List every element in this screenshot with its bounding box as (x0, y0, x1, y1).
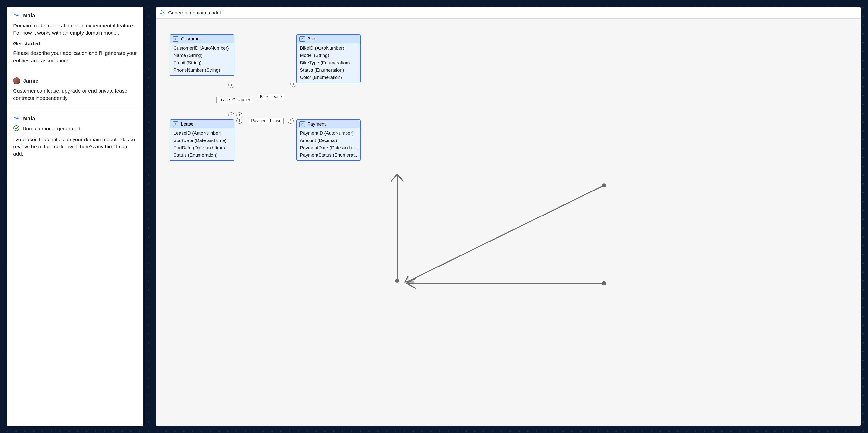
chat-panel: Maia Domain model generation is an exper… (7, 7, 143, 426)
cardinality-badge: 1 (228, 82, 234, 88)
message-text: Customer can lease, upgrade or end priva… (13, 87, 137, 102)
entity-attribute: Model (String) (297, 52, 360, 59)
entity-attribute: StartDate (Date and time) (170, 137, 234, 144)
svg-line-6 (407, 185, 604, 282)
diagram-panel: Generate domain model e Customer (156, 7, 861, 426)
diagram-title: Generate domain model (168, 10, 221, 16)
entity-payment[interactable]: e Payment PaymentID (AutoNumber) Amount … (296, 119, 361, 161)
author-name: Maia (23, 12, 35, 19)
message-text: Domain model generation is an experiment… (13, 22, 137, 36)
author-name: Jamie (23, 78, 38, 84)
entity-icon: e (300, 121, 305, 127)
cardinality-badge: 1 (290, 81, 296, 87)
entity-attribute: Amount (Decimal) (297, 137, 360, 144)
svg-point-5 (395, 279, 399, 283)
message-text: I've placed the entities on your domain … (13, 136, 137, 157)
author-name: Maia (23, 115, 35, 122)
entity-attribute: BikeID (AutoNumber) (297, 44, 360, 52)
user-avatar (13, 78, 20, 84)
association-label-lease-customer[interactable]: Lease_Customer (216, 96, 252, 103)
chat-message-maia-intro: Maia Domain model generation is an exper… (7, 7, 143, 72)
diagram-header: Generate domain model (156, 7, 861, 19)
entity-attribute: PaymentID (AutoNumber) (297, 128, 360, 137)
status-text: Domain model generated. (23, 126, 82, 132)
entity-lease[interactable]: e Lease LeaseID (AutoNumber) StartDate (… (169, 119, 234, 161)
entity-attribute: PaymentStatus (Enumerat... (297, 151, 360, 161)
entity-attribute: BikeType (Enumeration) (297, 59, 360, 66)
entity-attribute: Color (Enumeration) (297, 74, 360, 83)
sparkle-icon (13, 115, 20, 122)
svg-point-0 (14, 125, 19, 131)
entity-attribute: Email (String) (170, 59, 234, 66)
entity-bike[interactable]: e Bike BikeID (AutoNumber) Model (String… (296, 34, 361, 83)
svg-rect-2 (160, 13, 162, 14)
entity-attribute: PhoneNumber (String) (170, 66, 234, 75)
svg-rect-3 (163, 13, 164, 14)
entity-icon: e (173, 36, 178, 42)
chat-message-user: Jamie Customer can lease, upgrade or end… (7, 72, 143, 110)
checkmark-circle-icon (13, 125, 20, 133)
entity-customer[interactable]: e Customer CustomerID (AutoNumber) Name … (169, 34, 234, 76)
association-label-bike-lease[interactable]: Bike_Lease (258, 94, 284, 100)
entity-attribute: Name (String) (170, 52, 234, 59)
entity-attribute: CustomerID (AutoNumber) (170, 44, 234, 52)
entity-name: Payment (307, 121, 326, 127)
entity-attribute: EndDate (Date and time) (170, 144, 234, 151)
entity-icon: e (173, 121, 178, 127)
entity-name: Lease (181, 121, 194, 127)
hierarchy-sparkle-icon (160, 9, 165, 16)
entity-name: Customer (181, 36, 201, 42)
entity-name: Bike (307, 36, 316, 42)
chat-message-maia-result: Maia Domain model generated. I've placed… (7, 110, 143, 165)
cardinality-badge: 1 (237, 112, 242, 118)
entity-attribute: Status (Enumeration) (170, 151, 234, 161)
diagram-connectors (156, 19, 861, 426)
cardinality-badge: * (288, 118, 293, 123)
cardinality-badge: 1 (237, 118, 242, 123)
svg-point-9 (601, 282, 606, 285)
entity-attribute: Status (Enumeration) (297, 66, 360, 74)
svg-point-7 (601, 183, 606, 187)
entity-attribute: PaymentDate (Date and ti... (297, 144, 360, 151)
message-subheading: Get started (13, 40, 137, 47)
entity-icon: e (300, 36, 305, 42)
message-text: Please describe your application and I'l… (13, 50, 137, 64)
sparkle-icon (13, 12, 20, 19)
association-label-payment-lease[interactable]: Payment_Lease (249, 118, 283, 124)
diagram-canvas[interactable]: e Customer CustomerID (AutoNumber) Name … (156, 19, 861, 426)
svg-rect-1 (161, 10, 163, 11)
entity-attribute: LeaseID (AutoNumber) (170, 128, 234, 137)
cardinality-badge: * (228, 112, 234, 118)
